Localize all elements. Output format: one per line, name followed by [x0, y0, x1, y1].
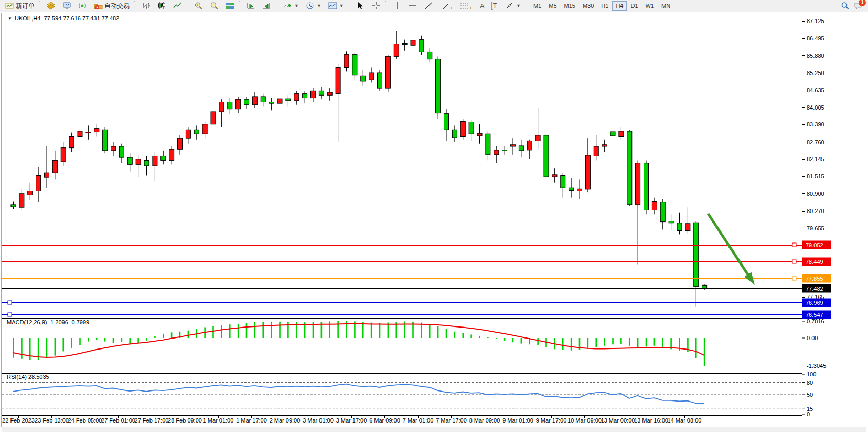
- search-icon[interactable]: [841, 2, 850, 10]
- template-icon: [328, 2, 337, 10]
- chart-shift-button[interactable]: [259, 1, 274, 11]
- autotrade-icon: [94, 2, 103, 10]
- text-tool-label: A: [480, 2, 485, 10]
- zoom-out-button[interactable]: [207, 1, 222, 11]
- svg-text:24 Feb 05:00: 24 Feb 05:00: [68, 417, 102, 424]
- timeframe-button-m1[interactable]: M1: [530, 1, 545, 11]
- toolbar-separator: [349, 1, 351, 10]
- svg-text:86.495: 86.495: [807, 35, 824, 41]
- svg-text:50: 50: [807, 392, 813, 398]
- candlestick-chart-button[interactable]: [154, 1, 169, 11]
- auto-scroll-icon: [247, 2, 255, 10]
- candle: [544, 133, 549, 181]
- channel-tool-button[interactable]: E: [437, 1, 456, 11]
- line-handle[interactable]: [792, 243, 796, 247]
- toolbar-separator: [134, 1, 137, 10]
- fibonacci-tool-button[interactable]: F: [457, 1, 476, 11]
- timeframe-button-m15[interactable]: M15: [561, 1, 579, 11]
- svg-text:7 Mar 17:00: 7 Mar 17:00: [436, 417, 467, 424]
- svg-text:-1.3045: -1.3045: [807, 363, 826, 369]
- zoom-in-button[interactable]: [191, 1, 206, 11]
- channel-sub-label: E: [451, 6, 453, 10]
- shapes-tool-button[interactable]: ▼: [502, 1, 524, 11]
- line-handle[interactable]: [792, 277, 796, 280]
- macd-indicator-label: MACD(12,26,9) -1.2096 -0.7999: [7, 319, 89, 325]
- rsi-indicator-label: RSI(14) 28.5035: [7, 374, 49, 380]
- svg-text:85.880: 85.880: [807, 52, 824, 59]
- signal-icon: [78, 2, 87, 10]
- horizontal-line-tool-button[interactable]: [405, 1, 421, 11]
- tile-windows-button[interactable]: [222, 1, 238, 11]
- timeframe-button-mn[interactable]: MN: [658, 1, 674, 11]
- text-tool-button[interactable]: A: [477, 1, 488, 11]
- market-watch-button[interactable]: [59, 1, 74, 11]
- svg-text:80.270: 80.270: [807, 208, 824, 214]
- label-tool-button[interactable]: T: [488, 1, 501, 11]
- candle: [378, 70, 382, 91]
- indicators-button[interactable]: ▼: [280, 1, 302, 11]
- indicators-icon: [283, 2, 292, 10]
- line-handle[interactable]: [792, 260, 796, 263]
- templates-button[interactable]: ▼: [325, 1, 347, 11]
- toolbar-separator: [385, 1, 388, 10]
- svg-text:80: 80: [807, 379, 813, 386]
- svg-text:84.005: 84.005: [807, 104, 824, 111]
- svg-text:0.7816: 0.7816: [807, 318, 824, 324]
- candle: [103, 127, 108, 153]
- auto-scroll-button[interactable]: [243, 1, 259, 11]
- svg-text:79.655: 79.655: [807, 225, 824, 231]
- price-pane[interactable]: [2, 14, 802, 316]
- svg-text:23 Feb 13:00: 23 Feb 13:00: [35, 417, 69, 424]
- trendline-tool-button[interactable]: [421, 1, 436, 11]
- toolbar-separator: [526, 1, 528, 10]
- cursor-tool-button[interactable]: [353, 1, 368, 11]
- svg-text:13 Mar 00:00: 13 Mar 00:00: [601, 417, 635, 424]
- candle: [385, 55, 390, 92]
- timeframe-button-h1[interactable]: H1: [597, 1, 612, 11]
- line-chart-icon: [173, 2, 182, 10]
- market-watch-icon: [62, 2, 71, 10]
- clock-icon: [306, 2, 315, 10]
- collapse-icon[interactable]: ▼: [8, 16, 12, 21]
- svg-text:10 Mar 09:00: 10 Mar 09:00: [567, 417, 602, 424]
- navigator-button[interactable]: [75, 1, 90, 11]
- toolbar-separator: [187, 1, 189, 10]
- new-chart-button[interactable]: [44, 1, 59, 11]
- label-tool-label: T: [491, 2, 498, 10]
- trading-app-window: 新订单 自动交易: [0, 0, 868, 433]
- line-handle[interactable]: [8, 301, 12, 304]
- svg-text:80.900: 80.900: [807, 191, 824, 197]
- timeframe-button-w1[interactable]: W1: [642, 1, 658, 11]
- zoom-out-icon: [210, 2, 219, 10]
- cursor-icon: [356, 2, 365, 10]
- timeframe-button-d1[interactable]: D1: [627, 1, 641, 11]
- chart-stack-icon: [47, 2, 56, 10]
- line-handle[interactable]: [8, 313, 12, 316]
- svg-text:6 Mar 09:00: 6 Mar 09:00: [369, 417, 400, 424]
- ohlc-bars-icon: [142, 2, 151, 10]
- line-chart-button[interactable]: [170, 1, 185, 11]
- autotrade-button[interactable]: 自动交易: [91, 1, 133, 11]
- chart-window[interactable]: 87.12586.49585.88085.25084.63584.00583.3…: [1, 13, 866, 427]
- chart-canvas[interactable]: 87.12586.49585.88085.25084.63584.00583.3…: [2, 13, 866, 427]
- zoom-in-icon: [194, 2, 203, 10]
- svg-text:27 Feb 17:00: 27 Feb 17:00: [135, 417, 169, 424]
- toolbar-separator: [39, 1, 42, 10]
- vertical-line-icon: [393, 2, 402, 10]
- timeframe-button-m30[interactable]: M30: [579, 1, 597, 11]
- notification-badge: 1: [859, 0, 866, 6]
- new-order-label: 新订单: [16, 2, 35, 10]
- notifications-icon[interactable]: 1: [854, 2, 863, 10]
- new-order-button[interactable]: 新订单: [2, 1, 38, 11]
- bar-chart-button[interactable]: [138, 1, 154, 11]
- timeframe-button-m5[interactable]: M5: [545, 1, 560, 11]
- timeframe-button-h4[interactable]: H4: [612, 1, 627, 11]
- periods-button[interactable]: ▼: [303, 1, 325, 11]
- svg-text:83.390: 83.390: [807, 121, 824, 128]
- svg-text:22 Feb 2023: 22 Feb 2023: [2, 417, 35, 424]
- svg-text:76.969: 76.969: [806, 300, 823, 306]
- vertical-line-tool-button[interactable]: [390, 1, 405, 11]
- crosshair-tool-button[interactable]: [369, 1, 384, 11]
- svg-text:81.515: 81.515: [807, 173, 824, 179]
- crosshair-icon: [372, 2, 381, 10]
